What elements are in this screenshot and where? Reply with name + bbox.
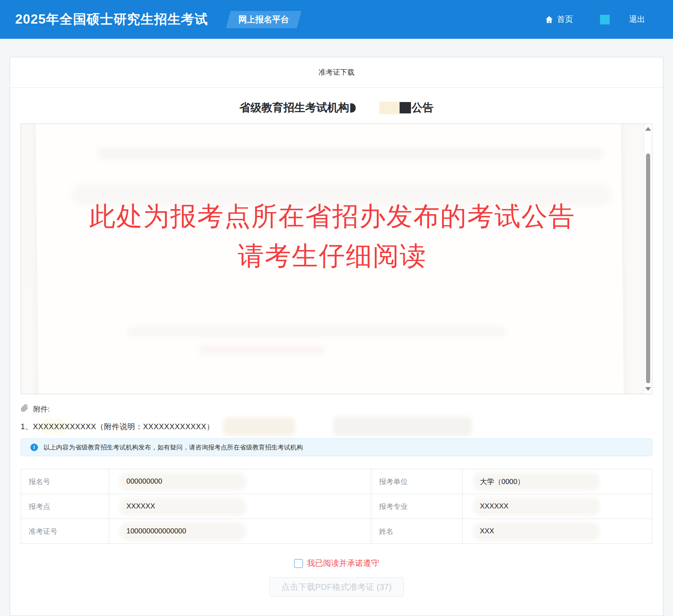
- agree-row: 我已阅读并承诺遵守: [10, 558, 663, 569]
- attachment-label: 附件:: [33, 404, 50, 414]
- row-label: 报考点: [21, 494, 109, 519]
- nav-home-link[interactable]: 首页: [545, 14, 573, 25]
- redacted-icon: [600, 15, 610, 24]
- scan-artifact: [198, 345, 325, 355]
- notice-heading-suffix: 公告: [412, 100, 434, 115]
- redaction-smudge: [333, 417, 472, 436]
- scrollbar[interactable]: [644, 124, 652, 394]
- notice-heading: 省级教育招生考试机构公告: [10, 100, 663, 115]
- redaction-dark-block: [400, 102, 411, 113]
- top-header: 2025年全国硕士研究生招生考试 网上报名平台 首页 退出: [0, 0, 673, 39]
- table-row: 准考证号 100000000000000 姓名 XXX: [21, 519, 652, 544]
- row-label: 准考证号: [21, 519, 109, 544]
- row-label: 报考单位: [371, 469, 463, 494]
- info-icon: i: [30, 444, 38, 451]
- download-pdf-button[interactable]: 点击下载PDF格式准考证 (37): [269, 577, 404, 597]
- row-label: 姓名: [371, 519, 463, 544]
- platform-badge-label: 网上报名平台: [238, 14, 289, 25]
- home-icon: [545, 15, 554, 24]
- row-value: 大学（0000）: [463, 469, 652, 494]
- attachment-section: 附件: 1、XXXXXXXXXXXX（附件说明：XXXXXXXXXXXX）: [21, 404, 652, 432]
- page-title: 准考证下载: [10, 57, 663, 88]
- scan-artifact: [97, 147, 603, 160]
- scan-artifact: [127, 326, 506, 337]
- attachment-item: 1、XXXXXXXXXXXX（附件说明：XXXXXXXXXXXX）: [21, 422, 652, 432]
- row-value: XXXXXX: [109, 494, 371, 519]
- scrollbar-thumb[interactable]: [646, 153, 650, 383]
- notice-heading-prefix: 省级教育招生考试机构: [240, 100, 349, 115]
- content-card: 准考证下载 省级教育招生考试机构公告 此处为报考点所在省招办发布的考试公告 请考…: [10, 57, 663, 616]
- scroll-up-arrow-icon[interactable]: [645, 127, 651, 131]
- paperclip-icon: [21, 404, 28, 414]
- platform-badge: 网上报名平台: [226, 11, 301, 28]
- agree-label[interactable]: 我已阅读并承诺遵守: [307, 558, 379, 569]
- table-row: 报考点 XXXXXX 报考专业 XXXXXX: [21, 494, 652, 519]
- announcement-scroll-area[interactable]: 此处为报考点所在省招办发布的考试公告 请考生仔细阅读: [21, 124, 652, 394]
- announcement-line-1: 此处为报考点所在省招办发布的考试公告: [21, 196, 643, 236]
- nav-logout-link[interactable]: 退出: [629, 14, 658, 25]
- info-alert: i 以上内容为省级教育招生考试机构发布，如有疑问，请咨询报考点所在省级教育招生考…: [21, 438, 652, 456]
- row-value: XXXXXX: [463, 494, 652, 519]
- redaction-cream-block: [379, 102, 400, 114]
- site-title: 2025年全国硕士研究生招生考试: [15, 11, 208, 28]
- nav-home-label: 首页: [557, 14, 573, 25]
- row-label: 报考专业: [371, 494, 463, 519]
- table-row: 报名号 000000000 报考单位 大学（0000）: [21, 469, 652, 494]
- agree-checkbox[interactable]: [294, 559, 303, 568]
- redaction-blob-icon: [350, 103, 356, 113]
- header-nav: 首页 退出: [545, 14, 658, 25]
- row-value: 100000000000000: [109, 519, 371, 544]
- download-row: 点击下载PDF格式准考证 (37): [10, 577, 663, 597]
- attachment-item-text: 1、XXXXXXXXXXXX（附件说明：XXXXXXXXXXXX）: [21, 422, 214, 431]
- row-value: 000000000: [109, 469, 371, 494]
- nav-logout-label: 退出: [629, 15, 645, 24]
- row-value: XXX: [463, 519, 652, 544]
- announcement-placeholder-text: 此处为报考点所在省招办发布的考试公告 请考生仔细阅读: [21, 196, 643, 276]
- candidate-info-table: 报名号 000000000 报考单位 大学（0000） 报考点 XXXXXX 报…: [21, 469, 652, 544]
- redaction-smudge: [223, 417, 295, 436]
- announcement-line-2: 请考生仔细阅读: [21, 236, 643, 276]
- attachment-header: 附件:: [21, 404, 652, 414]
- scroll-down-arrow-icon[interactable]: [645, 387, 651, 391]
- info-alert-text: 以上内容为省级教育招生考试机构发布，如有疑问，请咨询报考点所在省级教育招生考试机…: [43, 444, 303, 452]
- row-label: 报名号: [21, 469, 109, 494]
